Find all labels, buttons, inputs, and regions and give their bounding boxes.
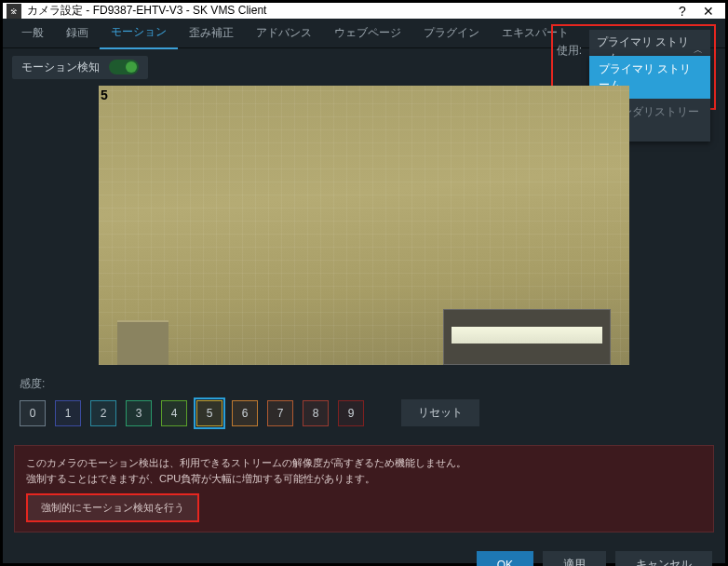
sensitivity-6[interactable]: 6 — [232, 400, 258, 426]
tab-1[interactable]: 録画 — [55, 18, 100, 48]
warning-panel: このカメラのモーション検出は、利用できるストリームの解像度が高すぎるため機能しま… — [14, 445, 714, 532]
camera-settings-window: ※ カメラ設定 - FD9387-EHTV-V3 - SK VMS Client… — [2, 2, 726, 564]
preview-area: 5 — [3, 86, 725, 365]
app-icon: ※ — [7, 4, 21, 19]
sensitivity-7[interactable]: 7 — [267, 400, 293, 426]
sensitivity-row: 0123456789リセット — [20, 399, 708, 426]
scene-light-fixture — [443, 309, 611, 365]
tab-0[interactable]: 一般 — [10, 18, 55, 48]
reset-button[interactable]: リセット — [401, 399, 479, 426]
warning-line-2: 強制することはできますが、CPU負荷が大幅に増加する可能性があります。 — [26, 471, 702, 487]
sensitivity-9[interactable]: 9 — [338, 400, 364, 426]
sensitivity-4[interactable]: 4 — [161, 400, 187, 426]
chevron-up-icon: ︿ — [694, 44, 703, 57]
sensitivity-section: 感度: 0123456789リセット — [3, 365, 725, 438]
apply-button[interactable]: 適用 — [543, 551, 606, 566]
sensitivity-label: 感度: — [20, 376, 708, 392]
camera-preview[interactable]: 5 — [99, 86, 629, 365]
tab-2[interactable]: モーション — [100, 17, 178, 49]
dialog-footer: OK 適用 キャンセル — [3, 540, 725, 566]
sensitivity-0[interactable]: 0 — [20, 400, 46, 426]
preview-overlay-number: 5 — [101, 88, 108, 102]
toolbar: モーション検知 使用: プライマリ ストリーム ︿ プライマリ ストリーム セカ… — [3, 48, 725, 86]
sensitivity-1[interactable]: 1 — [55, 400, 81, 426]
sensitivity-2[interactable]: 2 — [90, 400, 116, 426]
force-button-highlight: 強制的にモーション検知を行う — [26, 493, 199, 522]
tab-5[interactable]: ウェブページ — [323, 18, 412, 48]
toggle-switch-icon[interactable] — [109, 60, 139, 74]
motion-detection-toggle[interactable]: モーション検知 — [12, 56, 148, 79]
sensitivity-3[interactable]: 3 — [126, 400, 152, 426]
motion-detection-label: モーション検知 — [21, 60, 100, 75]
force-motion-button[interactable]: 強制的にモーション検知を行う — [28, 495, 197, 520]
sensitivity-5[interactable]: 5 — [196, 400, 222, 426]
scene-object — [117, 320, 169, 365]
warning-line-1: このカメラのモーション検出は、利用できるストリームの解像度が高すぎるため機能しま… — [26, 455, 702, 471]
sensitivity-8[interactable]: 8 — [303, 400, 329, 426]
tab-3[interactable]: 歪み補正 — [178, 18, 245, 48]
close-button[interactable]: ✕ — [695, 4, 721, 19]
tab-4[interactable]: アドバンス — [245, 18, 323, 48]
use-label: 使用: — [557, 43, 582, 59]
tab-6[interactable]: プラグイン — [412, 18, 491, 48]
ok-button[interactable]: OK — [477, 551, 533, 566]
cancel-button[interactable]: キャンセル — [615, 551, 712, 566]
help-button[interactable]: ? — [669, 4, 695, 19]
